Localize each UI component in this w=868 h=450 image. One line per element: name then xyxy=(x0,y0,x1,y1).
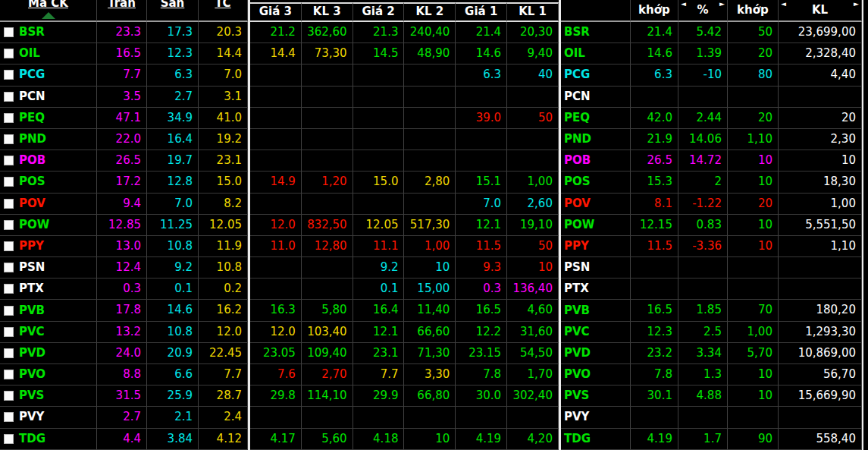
cell-match-percent xyxy=(678,257,728,278)
ticker-label[interactable]: PTX xyxy=(19,278,44,299)
ticker2-label[interactable]: PVD xyxy=(564,343,591,363)
ticker2-label[interactable]: PTX xyxy=(564,278,589,299)
row-checkbox[interactable] xyxy=(4,220,14,230)
stock-cell: PVO xyxy=(0,364,97,385)
ticker2-label[interactable]: PCG xyxy=(564,65,590,85)
cell-vol1: 4,20 xyxy=(507,429,559,450)
ticker-label[interactable]: POS xyxy=(19,172,45,192)
ticker-label[interactable]: PCG xyxy=(19,65,45,85)
ticker-label[interactable]: POB xyxy=(19,150,45,171)
ticker2-label[interactable]: PVS xyxy=(564,385,589,406)
cell-price1: 39.0 xyxy=(456,108,507,129)
ticker-label[interactable]: PVB xyxy=(19,301,45,321)
stock-cell-right: PVO xyxy=(561,364,631,385)
cell-ceiling: 12.4 xyxy=(97,257,147,278)
ticker2-label[interactable]: BSR xyxy=(564,22,590,42)
scroll-left-icon[interactable]: ◄ xyxy=(781,1,786,8)
ticker-label[interactable]: OIL xyxy=(19,43,40,64)
row-checkbox[interactable] xyxy=(4,92,14,102)
scroll-left-icon[interactable]: ◄ xyxy=(681,1,686,8)
ticker2-label[interactable]: TDG xyxy=(564,429,591,449)
cell-floor: 34.9 xyxy=(147,108,199,129)
cell-vol2: 15,00 xyxy=(404,278,456,300)
cell-match-percent: 5.42 xyxy=(678,22,728,43)
row-checkbox[interactable] xyxy=(4,241,14,251)
cell-price3: 14.4 xyxy=(250,43,302,65)
ticker2-label[interactable]: POW xyxy=(564,215,594,235)
ticker-label[interactable]: PND xyxy=(19,129,46,149)
stock-cell-right: TDG xyxy=(561,429,631,450)
cell-price2: 15.0 xyxy=(353,172,405,193)
cell-reference: 20.3 xyxy=(199,22,248,43)
row-checkbox[interactable] xyxy=(4,370,14,379)
cell-vol3: 5,80 xyxy=(302,300,353,321)
row-checkbox[interactable] xyxy=(4,199,14,209)
ticker2-label[interactable]: PCN xyxy=(564,87,591,107)
cell-price1: 12.1 xyxy=(456,215,507,236)
ticker2-label[interactable]: PSN xyxy=(564,257,590,278)
ticker2-label[interactable]: POV xyxy=(564,194,591,214)
cell-ceiling: 3.5 xyxy=(97,87,147,108)
ticker2-label[interactable]: OIL xyxy=(564,43,585,64)
cell-reference: 14.4 xyxy=(199,43,248,65)
row-checkbox[interactable] xyxy=(4,327,14,337)
edge-padding xyxy=(863,43,868,65)
cell-total-volume: 23,699,00 xyxy=(779,22,862,43)
cell-match-percent: 3.34 xyxy=(678,343,728,364)
ticker-label[interactable]: POW xyxy=(19,215,49,235)
cell-floor: 10.8 xyxy=(147,322,199,343)
ticker-label[interactable]: PVC xyxy=(19,322,45,342)
scroll-right-icon[interactable]: ► xyxy=(854,1,859,8)
row-checkbox[interactable] xyxy=(4,27,14,37)
cell-vol2: 48,90 xyxy=(404,43,456,65)
ticker2-label[interactable]: POB xyxy=(564,150,591,171)
cell-price1: 7.8 xyxy=(456,364,507,385)
row-checkbox[interactable] xyxy=(4,156,14,165)
ticker2-label[interactable]: PVC xyxy=(564,322,590,342)
ticker-label[interactable]: TDG xyxy=(19,429,45,449)
scroll-right-icon[interactable]: ► xyxy=(719,1,725,8)
ticker-label[interactable]: BSR xyxy=(19,22,45,42)
ticker-label[interactable]: PPY xyxy=(19,236,44,256)
cell-price1: 23.15 xyxy=(456,343,507,364)
ticker2-label[interactable]: PVO xyxy=(564,364,591,385)
row-checkbox[interactable] xyxy=(4,49,14,58)
row-checkbox[interactable] xyxy=(4,113,14,123)
row-checkbox[interactable] xyxy=(4,306,14,316)
row-checkbox[interactable] xyxy=(4,70,14,80)
cell-price1 xyxy=(456,129,507,150)
ticker-label[interactable]: POV xyxy=(19,194,45,214)
ticker-label[interactable]: PSN xyxy=(19,257,45,278)
row-checkbox[interactable] xyxy=(4,263,14,272)
ticker-label[interactable]: PEQ xyxy=(19,108,45,128)
ticker2-label[interactable]: PVB xyxy=(564,301,590,321)
row-checkbox[interactable] xyxy=(4,134,14,144)
header-ma-ck[interactable]: Mã CK xyxy=(0,0,97,22)
cell-reference: 28.7 xyxy=(199,385,248,407)
ticker-label[interactable]: PVY xyxy=(19,407,44,427)
cell-vol3: 114,10 xyxy=(302,385,353,407)
row-checkbox[interactable] xyxy=(4,412,14,422)
ticker-label[interactable]: PVD xyxy=(19,343,45,363)
cell-match-price: 8.1 xyxy=(631,194,678,215)
header-total-volume[interactable]: ◄ KL ► xyxy=(779,0,862,22)
header-percent[interactable]: ◄ % ► xyxy=(678,0,728,22)
row-checkbox[interactable] xyxy=(4,391,14,401)
cell-floor: 17.3 xyxy=(147,22,199,43)
ticker-label[interactable]: PCN xyxy=(19,87,45,107)
ticker2-label[interactable]: POS xyxy=(564,172,591,192)
cell-match-price: 12.15 xyxy=(631,215,678,236)
row-checkbox[interactable] xyxy=(4,284,14,294)
ticker2-label[interactable]: PND xyxy=(564,129,591,149)
cell-reference: 23.1 xyxy=(199,150,248,172)
cell-match-price: 16.5 xyxy=(631,300,678,321)
ticker-label[interactable]: PVS xyxy=(19,385,44,406)
cell-vol3: 1,20 xyxy=(302,172,353,193)
row-checkbox[interactable] xyxy=(4,348,14,358)
ticker-label[interactable]: PVO xyxy=(19,364,45,385)
row-checkbox[interactable] xyxy=(4,434,14,444)
ticker2-label[interactable]: PPY xyxy=(564,236,589,256)
ticker2-label[interactable]: PEQ xyxy=(564,108,590,128)
ticker2-label[interactable]: PVY xyxy=(564,407,589,427)
row-checkbox[interactable] xyxy=(4,177,14,187)
